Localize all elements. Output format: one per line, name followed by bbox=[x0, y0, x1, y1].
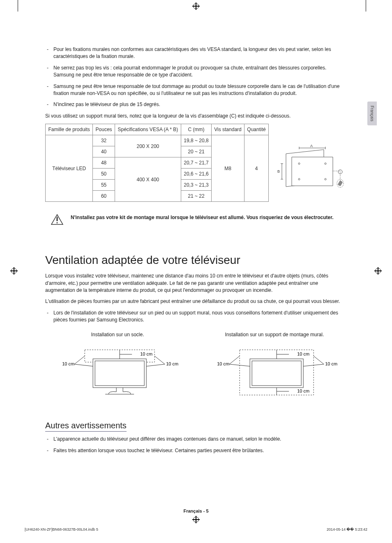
svg-line-30 bbox=[146, 364, 165, 366]
footer-right: 2014-05-14 �� 5:23:42 bbox=[327, 527, 367, 531]
th-inches: Pouces bbox=[93, 124, 115, 135]
bullet-item: N'inclinez pas le téléviseur de plus de … bbox=[45, 101, 347, 108]
bullet-item: Samsung ne peut être tenue responsable d… bbox=[45, 83, 347, 97]
cell-inches: 32 bbox=[93, 135, 115, 146]
page-content: Français Pour les fixations murales non … bbox=[45, 46, 347, 502]
warning-block: N'installez pas votre kit de montage mur… bbox=[45, 214, 347, 225]
registration-mark-icon bbox=[10, 267, 18, 275]
svg-line-28 bbox=[74, 364, 93, 366]
note-line: Si vous utilisez un support mural tiers,… bbox=[45, 113, 347, 120]
cell-screw: M8 bbox=[211, 135, 244, 202]
cell-c: 19,8 ~ 20,8 bbox=[181, 135, 211, 146]
warning-text: N'installez pas votre kit de montage mur… bbox=[71, 214, 334, 221]
other-warnings-heading: Autres avertissements bbox=[45, 421, 127, 432]
wall-install-title: Installation sur un support de montage m… bbox=[202, 332, 347, 337]
wall-mount-diagram-icon: A B bbox=[274, 145, 344, 194]
other-warning-bullet: L'apparence actuelle du téléviseur peut … bbox=[45, 436, 347, 443]
vesa-spec-table: Famille de produits Pouces Spécification… bbox=[45, 124, 269, 202]
svg-marker-19 bbox=[57, 216, 58, 217]
svg-line-39 bbox=[229, 356, 240, 364]
stand-install-diagram-icon: 10 cm 10 cm 10 cm bbox=[45, 342, 190, 403]
registration-mark-icon bbox=[192, 516, 200, 523]
ventilation-p1: Lorsque vous installez votre téléviseur,… bbox=[45, 273, 347, 294]
cell-inches: 60 bbox=[93, 191, 115, 202]
cell-c: 20,6 ~ 21,6 bbox=[181, 169, 211, 180]
footer-left: [UH6240-XN-ZF]BN68-06327B-00L04.indb 5 bbox=[25, 527, 98, 531]
bullet-item: Pour les fixations murales non conformes… bbox=[45, 46, 347, 60]
registration-mark-icon bbox=[192, 2, 200, 10]
cell-c: 20 ~ 21 bbox=[181, 146, 211, 157]
stand-install-title: Installation sur un socle. bbox=[45, 332, 190, 337]
page-number: Français - 5 bbox=[0, 508, 392, 513]
th-family: Famille de produits bbox=[46, 124, 93, 135]
svg-text:10 cm: 10 cm bbox=[217, 361, 229, 366]
cell-c: 20,7 ~ 21,7 bbox=[181, 157, 211, 169]
warning-triangle-icon bbox=[51, 214, 63, 225]
th-vesa: Spécifications VESA (A * B) bbox=[115, 124, 181, 135]
svg-line-27 bbox=[74, 356, 85, 364]
svg-marker-1 bbox=[292, 157, 333, 186]
ventilation-bullet: Lors de l'installation de votre télévise… bbox=[45, 310, 347, 324]
svg-text:A: A bbox=[310, 145, 313, 148]
svg-line-29 bbox=[154, 356, 165, 364]
svg-text:10 cm: 10 cm bbox=[297, 388, 309, 393]
th-c: C (mm) bbox=[181, 124, 211, 135]
cell-inches: 48 bbox=[93, 157, 115, 169]
installation-diagrams: Installation sur un socle. 10 cm 10 cm 1… bbox=[45, 332, 347, 404]
cell-c: 21 ~ 22 bbox=[181, 191, 211, 202]
bullet-item: Ne serrez pas trop les vis : cela pourra… bbox=[45, 65, 347, 79]
svg-rect-23 bbox=[95, 361, 144, 386]
cell-inches: 50 bbox=[93, 169, 115, 180]
cell-qty: 4 bbox=[244, 135, 269, 202]
cell-vesa: 400 X 400 bbox=[115, 157, 181, 202]
th-screw: Vis standard bbox=[211, 124, 244, 135]
svg-text:10 cm: 10 cm bbox=[166, 361, 178, 366]
cell-c: 20,3 ~ 21,3 bbox=[181, 180, 211, 191]
safety-bullets: Pour les fixations murales non conformes… bbox=[45, 46, 347, 109]
svg-text:B: B bbox=[277, 169, 280, 173]
svg-rect-18 bbox=[57, 217, 58, 221]
svg-text:10 cm: 10 cm bbox=[62, 361, 74, 366]
cell-vesa: 200 X 200 bbox=[115, 135, 181, 157]
th-qty: Quantité bbox=[244, 124, 269, 135]
svg-rect-38 bbox=[252, 361, 301, 386]
wall-install-diagram-icon: 10 cm 10 cm 10 cm 10 cm bbox=[202, 342, 347, 403]
ventilation-heading: Ventilation adaptée de votre téléviseur bbox=[45, 254, 347, 267]
svg-line-42 bbox=[303, 364, 324, 366]
footer-meta: [UH6240-XN-ZF]BN68-06327B-00L04.indb 5 2… bbox=[25, 527, 367, 531]
cell-family: Téléviseur LED bbox=[46, 135, 93, 202]
registration-mark-icon bbox=[374, 267, 382, 275]
svg-point-20 bbox=[56, 222, 58, 224]
other-warning-bullet: Faites très attention lorsque vous touch… bbox=[45, 447, 347, 454]
svg-text:10 cm: 10 cm bbox=[325, 361, 337, 366]
svg-text:10 cm: 10 cm bbox=[140, 351, 152, 356]
svg-rect-14 bbox=[338, 180, 343, 186]
svg-line-41 bbox=[314, 356, 324, 364]
cell-inches: 40 bbox=[93, 146, 115, 157]
cell-inches: 55 bbox=[93, 180, 115, 191]
language-tab: Français bbox=[367, 102, 377, 125]
ventilation-p2: L'utilisation de pièces fournies par un … bbox=[45, 298, 347, 305]
svg-text:10 cm: 10 cm bbox=[297, 351, 309, 356]
